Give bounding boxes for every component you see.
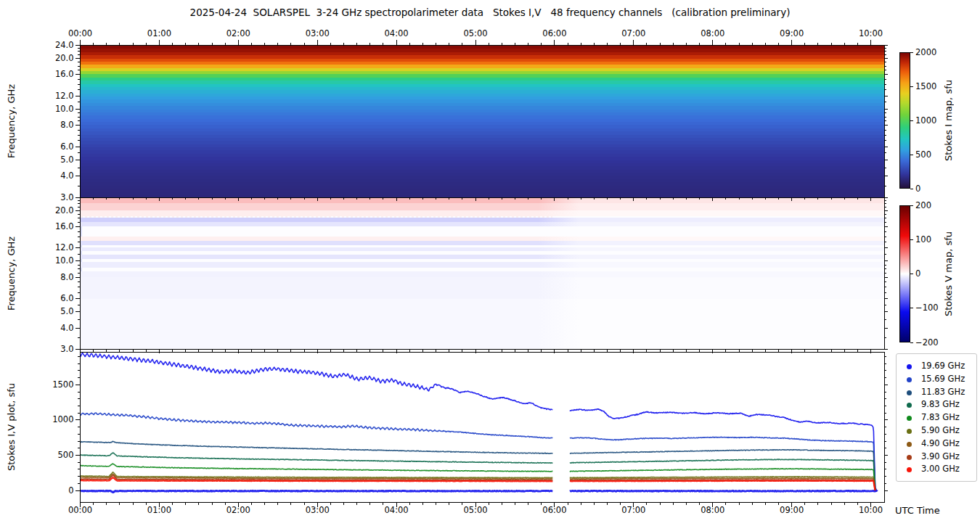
time-tick-label: 04:00: [380, 28, 413, 38]
axis-tick: [607, 197, 608, 200]
axis-tick: [78, 413, 81, 414]
axis-tick: [910, 120, 913, 121]
time-tick-label: 01:00: [142, 505, 176, 515]
axis-tick: [489, 350, 489, 353]
axis-tick: [554, 197, 555, 201]
axis-tick: [515, 197, 515, 200]
axis-tick: [356, 43, 357, 46]
axis-tick: [133, 197, 134, 200]
freq-tick-label: 20.0: [39, 53, 74, 63]
axis-tick: [78, 231, 81, 232]
axis-tick: [660, 502, 661, 505]
axis-tick: [449, 502, 449, 505]
time-tick-label: 04:00: [380, 505, 413, 515]
axis-tick: [620, 43, 621, 46]
stokes-v-map-band: [81, 210, 884, 216]
time-tick-label: 06:00: [538, 28, 571, 38]
axis-tick: [739, 350, 740, 353]
legend-marker-dot: [907, 429, 912, 434]
axis-tick: [119, 502, 120, 505]
axis-tick: [686, 197, 687, 200]
axis-tick: [475, 197, 476, 201]
axis-tick: [78, 117, 81, 118]
axis-tick: [343, 197, 344, 200]
axis-tick: [317, 197, 318, 201]
axis-tick: [885, 287, 887, 287]
axis-tick: [159, 197, 160, 201]
axis-tick: [857, 502, 858, 505]
axis-tick: [778, 502, 779, 505]
axis-tick: [528, 43, 528, 46]
axis-tick: [885, 434, 887, 435]
axis-tick: [885, 152, 887, 153]
axis-tick: [857, 197, 858, 200]
axis-tick: [78, 427, 81, 427]
axis-tick: [422, 502, 423, 505]
axis-tick: [885, 385, 888, 385]
axis-tick: [78, 462, 81, 463]
axis-tick: [581, 197, 581, 200]
axis-tick: [673, 502, 674, 505]
axis-tick: [633, 349, 634, 352]
axis-tick: [725, 350, 726, 353]
axis-tick: [238, 349, 239, 352]
axis-tick: [646, 502, 647, 505]
axis-tick: [885, 406, 887, 406]
axis-tick: [607, 43, 608, 46]
axis-tick: [75, 455, 81, 456]
axis-tick: [885, 254, 887, 255]
axis-tick: [502, 350, 502, 353]
freq-tick-label: 8.0: [39, 272, 74, 282]
time-tick-label: 03:00: [301, 505, 334, 515]
axis-tick: [290, 197, 291, 200]
freq-tick-label: 6.0: [39, 141, 74, 152]
axis-tick: [633, 197, 634, 201]
value-tick-label: 1500: [39, 379, 74, 390]
value-tick-label: 0: [39, 485, 74, 496]
axis-tick: [831, 43, 832, 46]
axis-tick: [462, 350, 462, 353]
axis-tick: [78, 337, 81, 338]
axis-tick: [462, 197, 462, 200]
time-tick-label: 06:00: [538, 505, 571, 515]
axis-tick: [78, 214, 81, 215]
axis-tick: [844, 502, 845, 505]
axis-tick: [78, 434, 81, 435]
axis-tick: [172, 197, 173, 200]
axis-tick: [264, 502, 265, 505]
axis-tick: [646, 43, 647, 46]
legend-item: 3.00 GHz: [897, 463, 976, 477]
axis-tick: [885, 441, 887, 442]
axis-tick: [78, 218, 81, 218]
axis-tick: [383, 350, 383, 353]
legend-item: 7.83 GHz: [897, 411, 976, 425]
axis-tick: [251, 43, 252, 46]
axis-tick: [78, 282, 81, 282]
axis-tick: [885, 125, 888, 126]
axis-tick: [607, 502, 608, 505]
axis-tick: [356, 350, 357, 353]
time-tick-label: 10:00: [854, 505, 888, 515]
axis-tick: [686, 502, 687, 505]
axis-tick: [75, 247, 81, 248]
freq-tick-label: 12.0: [39, 91, 74, 101]
axis-tick: [699, 502, 700, 505]
freq-tick-label: 3.0: [39, 192, 74, 202]
axis-tick: [198, 350, 199, 353]
axis-tick: [686, 350, 687, 353]
axis-tick: [885, 147, 888, 147]
axis-tick: [885, 490, 888, 491]
axis-tick: [78, 254, 81, 255]
axis-tick: [885, 237, 887, 237]
stokes-v-spectrogram-panel: [80, 197, 885, 350]
axis-tick: [75, 45, 81, 46]
axis-tick: [238, 40, 239, 45]
time-tick-label: 05:00: [459, 505, 492, 515]
axis-tick: [75, 328, 81, 329]
axis-tick: [885, 89, 887, 90]
axis-tick: [831, 197, 832, 200]
axis-tick: [146, 43, 147, 46]
colorbar-tick-label: 500: [915, 149, 931, 160]
axis-tick: [489, 197, 489, 200]
axis-tick: [106, 43, 107, 46]
